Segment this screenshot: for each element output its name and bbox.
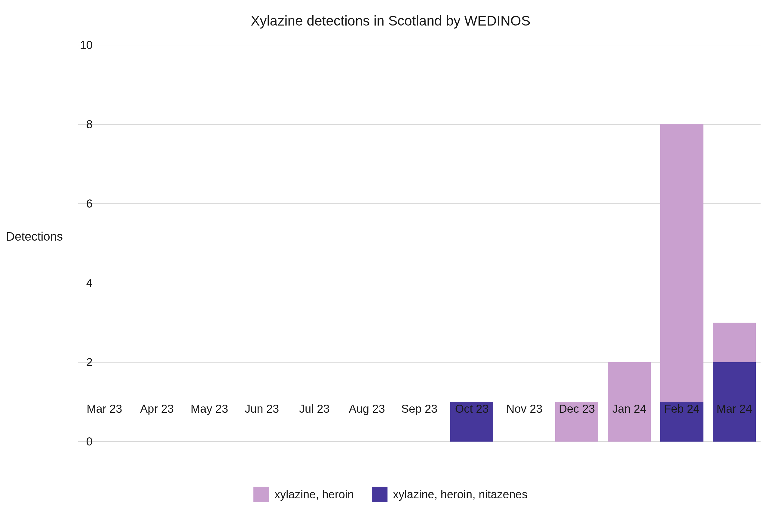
chart-title: Xylazine detections in Scotland by WEDIN…	[0, 13, 781, 29]
grid-line	[78, 362, 761, 363]
plot-area	[78, 45, 761, 442]
legend-label: xylazine, heroin, nitazenes	[393, 488, 528, 501]
x-tick-label: Jun 23	[245, 403, 279, 415]
y-tick-label: 0	[69, 435, 93, 448]
chart-container: Xylazine detections in Scotland by WEDIN…	[0, 0, 781, 532]
bar-segment	[713, 323, 756, 362]
bar-segment	[608, 362, 651, 442]
x-tick-label: Nov 23	[506, 403, 542, 415]
y-tick-label: 2	[69, 356, 93, 369]
y-tick-label: 10	[69, 39, 93, 52]
x-tick-label: Oct 23	[455, 403, 489, 415]
bar-segment	[713, 362, 756, 442]
x-tick-label: Sep 23	[401, 403, 438, 415]
x-tick-label: Jul 23	[299, 403, 329, 415]
x-tick-label: Dec 23	[559, 403, 595, 415]
x-tick-label: Mar 24	[717, 403, 752, 415]
legend-item: xylazine, heroin	[253, 487, 354, 502]
legend-label: xylazine, heroin	[275, 488, 354, 501]
grid-line	[78, 124, 761, 125]
legend-item: xylazine, heroin, nitazenes	[372, 487, 528, 502]
y-tick-label: 8	[69, 118, 93, 131]
x-tick-label: May 23	[191, 403, 228, 415]
grid-line	[78, 204, 761, 204]
y-tick-label: 4	[69, 277, 93, 290]
legend: xylazine, heroinxylazine, heroin, nitaze…	[0, 487, 781, 502]
x-tick-label: Feb 24	[664, 403, 700, 415]
legend-swatch	[253, 487, 269, 502]
x-tick-label: Jan 24	[612, 403, 646, 415]
x-tick-label: Apr 23	[140, 403, 174, 415]
y-axis-label: Detections	[6, 230, 63, 243]
x-tick-label: Aug 23	[349, 403, 385, 415]
x-tick-label: Mar 23	[87, 403, 122, 415]
legend-swatch	[372, 487, 387, 502]
grid-line	[78, 45, 761, 45]
bar-segment	[660, 124, 703, 402]
y-tick-label: 6	[69, 197, 93, 210]
grid-line	[78, 441, 761, 442]
grid-line	[78, 283, 761, 283]
